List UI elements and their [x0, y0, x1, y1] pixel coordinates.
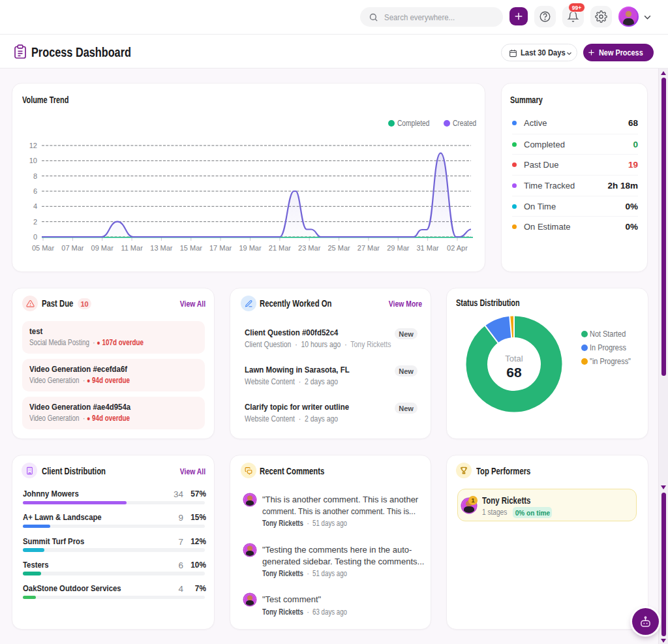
svg-text:27 Mar: 27 Mar	[357, 244, 380, 252]
svg-text:12: 12	[29, 142, 37, 149]
svg-text:8: 8	[33, 172, 37, 180]
svg-text:4: 4	[33, 202, 37, 210]
svg-text:31 Mar: 31 Mar	[416, 244, 439, 252]
svg-text:0: 0	[33, 233, 37, 241]
svg-text:19 Mar: 19 Mar	[239, 244, 262, 252]
svg-text:02 Apr: 02 Apr	[447, 244, 468, 252]
svg-text:21 Mar: 21 Mar	[269, 244, 292, 252]
svg-text:07 Mar: 07 Mar	[61, 244, 84, 252]
svg-text:2: 2	[33, 218, 37, 226]
svg-text:15 Mar: 15 Mar	[180, 244, 203, 252]
svg-text:05 Mar: 05 Mar	[32, 244, 55, 252]
svg-text:13 Mar: 13 Mar	[150, 244, 173, 252]
svg-text:23 Mar: 23 Mar	[298, 244, 321, 252]
svg-text:10: 10	[29, 157, 37, 164]
svg-text:17 Mar: 17 Mar	[209, 244, 232, 252]
svg-text:6: 6	[33, 187, 37, 195]
svg-text:29 Mar: 29 Mar	[387, 244, 410, 252]
svg-text:09 Mar: 09 Mar	[91, 244, 114, 252]
svg-text:25 Mar: 25 Mar	[327, 244, 350, 252]
svg-text:11 Mar: 11 Mar	[121, 244, 143, 252]
